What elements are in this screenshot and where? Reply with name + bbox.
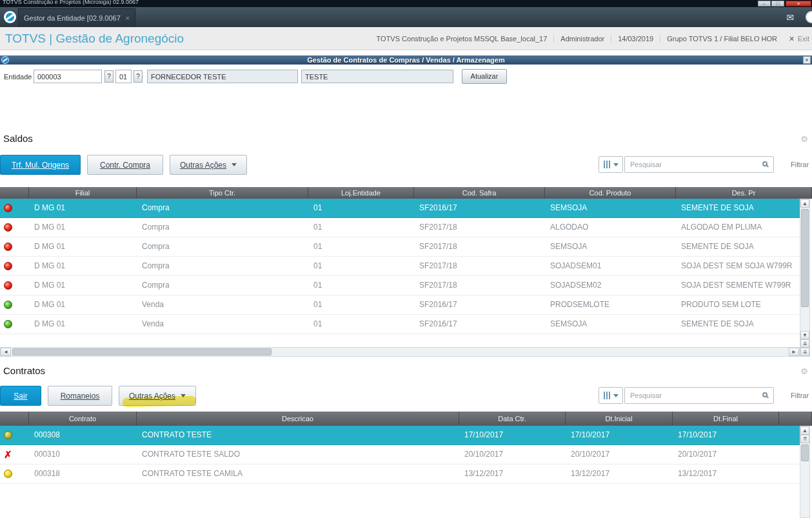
contratos-settings-gear-icon[interactable]: ⚙ [800,366,808,376]
scroll-track[interactable] [800,208,809,331]
scroll-track[interactable] [800,443,809,517]
col-header-tipo-ctr[interactable]: Tipo Ctr. [137,187,308,199]
status-icon [4,431,12,439]
tray-icon[interactable] [806,11,812,23]
entity-code-lookup-button[interactable]: ? [104,70,114,83]
status-icon [4,243,12,251]
cell-safra: SF2017/18 [414,276,545,295]
cell-dt-inicial: 13/12/2017 [566,464,673,483]
entity-form: Entidade ? ? Atualizar [0,65,812,92]
col-header-filial[interactable]: Filial [29,187,137,199]
envelope-icon[interactable]: ✉ [786,12,794,23]
col-header-des-produto[interactable]: Des. Pr [676,187,812,199]
saldos-settings-gear-icon[interactable]: ⚙ [800,134,808,144]
cell-dt-inicial: 17/10/2017 [566,426,673,444]
saldos-vertical-scrollbar[interactable]: ▲ ▼ ⇊ ⇊ [800,199,810,357]
saldos-table: Filial Tipo Ctr. Loj.Entidade Cod. Safra… [0,187,812,334]
status-cell [0,257,29,275]
entity-code-input[interactable] [34,70,102,83]
col-header-loj-entidade[interactable]: Loj.Entidade [308,187,414,199]
go-to-end-icon[interactable]: ⇊ [800,348,809,356]
status-cell [0,218,29,237]
status-icon [4,262,12,270]
totvs-logo-icon[interactable] [4,11,16,23]
chevron-down-icon [232,163,237,166]
window-titlebar: TOTVS Construção e Projetos (Microsiga) … [0,0,812,7]
tab-label: Gestor da Entidade [02.9.0067] [24,14,121,22]
scroll-right-icon[interactable]: ► [789,348,799,356]
date-info: 14/03/2019 [611,35,660,43]
dialog-close-button[interactable]: × [803,56,811,64]
contratos-columns-picker-button[interactable] [599,387,623,404]
saldos-outras-acoes-button[interactable]: Outras Ações [170,155,247,175]
table-row[interactable]: D MG 01 Compra 01 SF2016/17 SEMSOJA SEME… [0,199,800,218]
contratos-vertical-scrollbar[interactable]: ▲ ⇈ [800,426,810,518]
cell-safra: SF2017/18 [414,218,545,237]
col-header-dt-final[interactable]: Dt.Final [673,412,779,426]
table-row[interactable]: 000318 CONTRATO TESTE CAMILA 13/12/2017 … [0,464,800,484]
saldos-search-input[interactable] [625,157,773,172]
entity-name-input[interactable] [147,70,298,83]
cell-contrato: 000310 [29,445,137,464]
table-row[interactable]: 000308 CONTRATO TESTE 17/10/2017 17/10/2… [0,426,800,445]
table-row[interactable]: D MG 01 Venda 01 SF2016/17 SEMSOJA SEMEN… [0,315,800,334]
scroll-thumb[interactable] [12,348,272,355]
table-row[interactable]: 000310 CONTRATO TESTE SALDO 20/10/2017 2… [0,445,800,464]
saldos-filtrar-link[interactable]: Filtrar [791,161,809,168]
tab-gestor-da-entidade[interactable]: Gestor da Entidade [02.9.0067] × [18,8,135,27]
atualizar-button[interactable]: Atualizar [462,69,507,84]
close-button[interactable]: × [786,1,811,6]
page-up-icon[interactable]: ⇈ [800,435,809,443]
table-row[interactable]: D MG 01 Compra 01 SF2017/18 ALGODAO ALGO… [0,218,800,237]
table-row[interactable]: D MG 01 Compra 01 SF2017/18 SEMSOJA SEME… [0,237,800,257]
search-icon[interactable] [762,161,767,166]
entity-store-input[interactable] [115,70,132,83]
col-header-descricao[interactable]: Descricao [137,412,459,426]
minimize-button[interactable]: – [758,1,771,6]
contr-compra-button[interactable]: Contr. Compra [87,155,163,175]
sair-button[interactable]: Sair [0,386,41,406]
contratos-filtrar-link[interactable]: Filtrar [791,392,809,399]
col-header-cod-safra[interactable]: Cod. Safra [414,187,545,199]
cell-filial: D MG 01 [29,315,137,334]
maximize-button[interactable]: □ [771,1,784,6]
columns-icon [604,392,605,399]
scroll-thumb[interactable] [801,209,809,307]
scroll-thumb[interactable] [801,444,809,461]
scroll-left-icon[interactable]: ◄ [1,348,11,356]
cell-contrato: 000318 [29,464,137,483]
exit-button[interactable]: × Exit [789,27,809,50]
cell-filial: D MG 01 [29,199,137,217]
saldos-horizontal-scrollbar[interactable]: ◄ ► [0,347,800,357]
col-header-cod-produto[interactable]: Cod. Produto [545,187,676,199]
table-row[interactable]: D MG 01 Compra 01 SF2017/18 SOJADSEM01 S… [0,257,800,276]
search-icon[interactable] [762,392,767,397]
cell-descricao: SEMENTE DE SOJA [676,315,800,334]
romaneios-button[interactable]: Romaneios [48,386,112,406]
cell-produto: ALGODAO [545,218,676,237]
cell-produto: SEMSOJA [545,199,676,217]
exit-close-icon[interactable]: × [789,34,794,44]
saldos-table-header: Filial Tipo Ctr. Loj.Entidade Cod. Safra… [0,187,812,199]
col-header-status [0,412,29,426]
page-down-icon[interactable]: ⇊ [800,339,809,348]
contratos-search-input[interactable] [625,388,773,403]
entity-store-lookup-button[interactable]: ? [134,70,143,83]
col-header-data-ctr[interactable]: Data Ctr. [459,412,566,426]
cell-safra: SF2017/18 [414,257,545,275]
scroll-up-icon[interactable]: ▲ [800,426,809,435]
tab-close-icon[interactable]: × [126,14,130,22]
trf-mul-origens-button[interactable]: Trf. Mul. Origens [0,155,81,175]
table-row[interactable]: D MG 01 Compra 01 SF2017/18 SOJADSEM02 S… [0,276,800,295]
cell-loja: 01 [308,199,414,217]
status-cell [0,315,29,334]
entity-shortname-input[interactable] [301,70,453,83]
status-cell [0,445,29,464]
table-row[interactable]: D MG 01 Venda 01 SF2016/17 PRODSEMLOTE P… [0,295,800,315]
col-header-contrato[interactable]: Contrato [29,412,137,426]
scroll-down-icon[interactable]: ▼ [800,331,809,339]
col-header-dt-inicial[interactable]: Dt.Inicial [566,412,673,426]
scroll-up-icon[interactable]: ▲ [800,199,809,208]
saldos-columns-picker-button[interactable] [599,156,623,173]
contratos-table-body: 000308 CONTRATO TESTE 17/10/2017 17/10/2… [0,426,800,484]
